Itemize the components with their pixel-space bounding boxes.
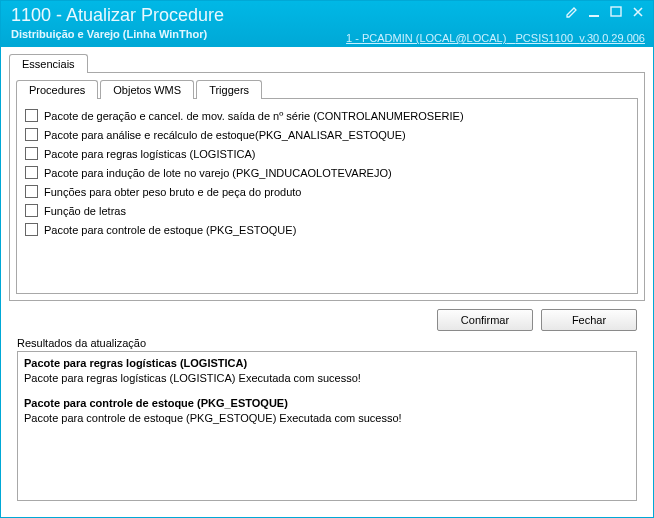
result-item: Pacote para regras logísticas (LOGISTICA… bbox=[24, 356, 630, 386]
inner-tab-bar: Procedures Objetos WMS Triggers bbox=[16, 79, 638, 98]
checkbox-label: Pacote de geração e cancel. de mov. saíd… bbox=[44, 110, 464, 122]
checkbox-icon[interactable] bbox=[25, 147, 38, 160]
tab-essenciais[interactable]: Essenciais bbox=[9, 54, 88, 73]
minimize-icon[interactable] bbox=[587, 5, 603, 19]
checkbox-icon[interactable] bbox=[25, 109, 38, 122]
checkbox-row[interactable]: Pacote para indução de lote no varejo (P… bbox=[25, 166, 629, 179]
checkbox-label: Pacote para controle de estoque (PKG_EST… bbox=[44, 224, 296, 236]
status-user: 1 - PCADMIN (LOCAL@LOCAL) bbox=[346, 32, 506, 44]
tab-triggers[interactable]: Triggers bbox=[196, 80, 262, 99]
checkbox-icon[interactable] bbox=[25, 185, 38, 198]
result-title: Pacote para regras logísticas (LOGISTICA… bbox=[24, 357, 247, 369]
checkbox-label: Pacote para regras logísticas (LOGISTICA… bbox=[44, 148, 256, 160]
checkbox-row[interactable]: Funções para obter peso bruto e de peça … bbox=[25, 185, 629, 198]
checkbox-icon[interactable] bbox=[25, 128, 38, 141]
tab-procedures[interactable]: Procedures bbox=[16, 80, 98, 99]
status-version: v.30.0.29.006 bbox=[579, 32, 645, 44]
results-label: Resultados da atualização bbox=[9, 337, 645, 351]
close-button[interactable]: Fechar bbox=[541, 309, 637, 331]
checkbox-icon[interactable] bbox=[25, 204, 38, 217]
checkbox-label: Função de letras bbox=[44, 205, 126, 217]
outer-tab-bar: Essenciais bbox=[9, 53, 645, 72]
svg-rect-1 bbox=[611, 7, 621, 16]
procedures-panel: Pacote de geração e cancel. de mov. saíd… bbox=[16, 98, 638, 294]
results-box: Pacote para regras logísticas (LOGISTICA… bbox=[17, 351, 637, 501]
status-app: PCSIS1100 bbox=[516, 32, 573, 44]
checkbox-icon[interactable] bbox=[25, 223, 38, 236]
window-status: 1 - PCADMIN (LOCAL@LOCAL) PCSIS1100 v.30… bbox=[346, 32, 645, 44]
checkbox-row[interactable]: Pacote para regras logísticas (LOGISTICA… bbox=[25, 147, 629, 160]
checkbox-row[interactable]: Pacote para controle de estoque (PKG_EST… bbox=[25, 223, 629, 236]
button-bar: Confirmar Fechar bbox=[9, 301, 645, 337]
content-area: Essenciais Procedures Objetos WMS Trigge… bbox=[1, 47, 653, 517]
checkbox-label: Funções para obter peso bruto e de peça … bbox=[44, 186, 301, 198]
window-title: 1100 - Atualizar Procedure bbox=[11, 5, 643, 26]
tab-objetos-wms[interactable]: Objetos WMS bbox=[100, 80, 194, 99]
checkbox-row[interactable]: Pacote de geração e cancel. de mov. saíd… bbox=[25, 109, 629, 122]
result-item: Pacote para controle de estoque (PKG_EST… bbox=[24, 396, 630, 426]
window-controls bbox=[565, 5, 647, 19]
edit-icon[interactable] bbox=[565, 5, 581, 19]
outer-tab-frame: Procedures Objetos WMS Triggers Pacote d… bbox=[9, 72, 645, 301]
checkbox-row[interactable]: Pacote para análise e recálculo de estoq… bbox=[25, 128, 629, 141]
checkbox-label: Pacote para análise e recálculo de estoq… bbox=[44, 129, 406, 141]
close-icon[interactable] bbox=[631, 5, 647, 19]
checkbox-icon[interactable] bbox=[25, 166, 38, 179]
checkbox-label: Pacote para indução de lote no varejo (P… bbox=[44, 167, 392, 179]
result-message: Pacote para regras logísticas (LOGISTICA… bbox=[24, 372, 361, 384]
result-title: Pacote para controle de estoque (PKG_EST… bbox=[24, 397, 288, 409]
confirm-button[interactable]: Confirmar bbox=[437, 309, 533, 331]
maximize-icon[interactable] bbox=[609, 5, 625, 19]
window-titlebar: 1100 - Atualizar Procedure Distribuição … bbox=[1, 1, 653, 47]
result-message: Pacote para controle de estoque (PKG_EST… bbox=[24, 412, 402, 424]
checkbox-row[interactable]: Função de letras bbox=[25, 204, 629, 217]
